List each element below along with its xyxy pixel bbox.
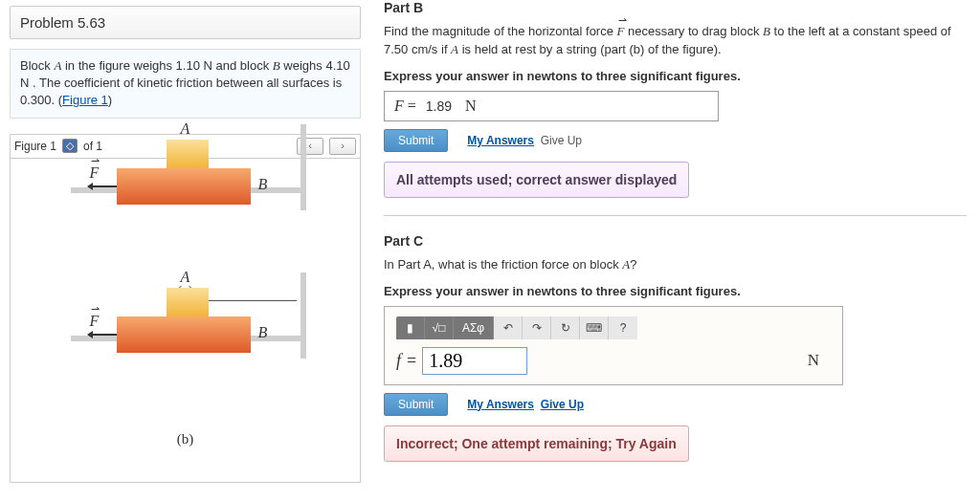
figure-next-button[interactable]: › (329, 138, 356, 155)
figure-select[interactable]: ◇ (62, 139, 78, 153)
tool-keyboard-icon[interactable]: ⌨ (580, 316, 609, 339)
submit-button[interactable]: Submit (384, 129, 448, 152)
figure-link[interactable]: Figure 1 (62, 93, 108, 107)
part-b-answer-display: F = 1.89 N (384, 91, 719, 121)
desc-text: ) (108, 93, 112, 107)
part-c-input-area: ▮ √□ ΑΣφ ↶ ↷ ↻ ⌨ ? f = N (384, 306, 843, 385)
part-b-instructions: Express your answer in newtons to three … (384, 69, 967, 83)
desc-text: in the figure weighs 1.10 (61, 58, 203, 73)
var-b: B (273, 58, 280, 73)
q-text: if (437, 42, 451, 56)
desc-text: and block (212, 58, 273, 73)
my-answers-link[interactable]: My Answers (467, 398, 534, 411)
unit-n: N (204, 58, 212, 73)
label-b: B (258, 176, 268, 193)
give-up-link[interactable]: Give Up (541, 398, 584, 411)
answer-input[interactable] (422, 347, 527, 375)
desc-text: Block (20, 58, 54, 73)
q-text: is held at rest by a string (part (b) of… (458, 42, 722, 56)
label-f: F (90, 164, 100, 182)
q-text: ? (630, 257, 636, 272)
answer-unit: N (465, 98, 477, 114)
my-answers-link[interactable]: My Answers (467, 134, 534, 147)
part-c-feedback: Incorrect; One attempt remaining; Try Ag… (384, 425, 689, 462)
tool-template-icon[interactable]: ▮ (396, 316, 425, 339)
caption-b: (b) (177, 431, 194, 447)
part-b-actions: Submit My Answers Give Up (384, 129, 967, 152)
answer-var: f (396, 351, 401, 371)
part-b-feedback: All attempts used; correct answer displa… (384, 162, 689, 198)
tool-help-icon[interactable]: ? (609, 316, 637, 339)
answer-value: 1.89 (426, 98, 452, 114)
tool-reset-icon[interactable]: ↻ (551, 316, 580, 339)
q-text: In Part A, what is the friction force on… (384, 257, 622, 272)
label-a: A (181, 269, 190, 286)
separator (384, 215, 967, 216)
part-c-question: In Part A, what is the friction force on… (384, 256, 967, 274)
var-b: B (763, 24, 770, 38)
label-f: F (90, 313, 100, 330)
submit-button[interactable]: Submit (384, 393, 448, 416)
figure-count: of 1 (83, 140, 102, 153)
part-c-instructions: Express your answer in newtons to three … (384, 284, 967, 298)
problem-title: Problem 5.63 (10, 6, 361, 39)
answer-eq: = (407, 351, 416, 371)
q-units: cm/s (412, 42, 437, 56)
problem-description: Block A in the figure weighs 1.10 N and … (10, 49, 361, 119)
figure-label: Figure 1 (14, 140, 56, 153)
part-b-title: Part B (384, 0, 967, 15)
var-a: A (451, 42, 458, 56)
part-b-question: Find the magnitude of the horizontal for… (384, 23, 967, 59)
tool-sqrt-icon[interactable]: √□ (425, 316, 454, 339)
q-text: Find the magnitude of the horizontal for… (384, 24, 617, 38)
equation-toolbar: ▮ √□ ΑΣφ ↶ ↷ ↻ ⌨ ? (396, 316, 637, 339)
tool-redo-icon[interactable]: ↷ (523, 316, 551, 339)
tool-undo-icon[interactable]: ↶ (494, 316, 523, 339)
q-text: necessary to drag block (625, 24, 764, 38)
label-a: A (181, 120, 190, 138)
figure-canvas: A B F (a) A B F (b) (10, 158, 361, 483)
part-c-title: Part C (384, 233, 967, 249)
label-b: B (258, 324, 268, 341)
unit-n: N (20, 76, 29, 90)
var-f: F (617, 23, 625, 41)
give-up-link[interactable]: Give Up (541, 134, 582, 147)
part-c-actions: Submit My Answers Give Up (384, 393, 967, 416)
answer-var: F (394, 98, 404, 114)
answer-unit: N (808, 351, 819, 370)
answer-eq: = (404, 98, 420, 114)
tool-greek-icon[interactable]: ΑΣφ (454, 316, 494, 339)
desc-text: weighs 4.10 (280, 58, 350, 73)
